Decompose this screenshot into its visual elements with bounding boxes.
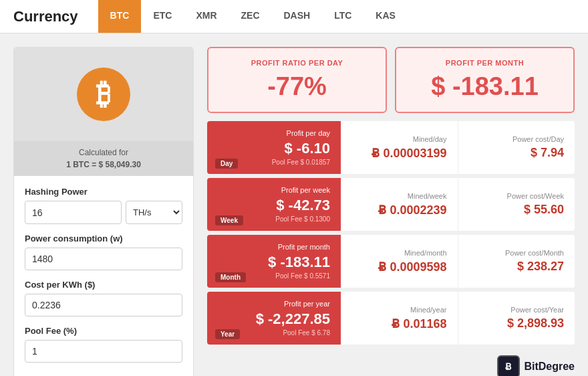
header: Currency BTCETCXMRZECDASHLTCKAS [0, 0, 588, 33]
row-mid-year: Mined/year Ƀ 0.01168 [341, 292, 458, 345]
mined-value: Ƀ 0.00003199 [372, 146, 446, 161]
profit-label: Profit per year [218, 300, 330, 308]
left-panel: ₿ Calculated for 1 BTC = $ 58,049.30 Has… [13, 47, 194, 376]
profit-value: $ -2,227.85 [218, 310, 330, 328]
profit-label: Profit per week [218, 186, 330, 194]
profit-label: Profit per month [218, 243, 330, 251]
data-rows: Profit per day $ -6.10 Pool Fee $ 0.0185… [207, 121, 575, 345]
profit-month-value: $ -183.11 [410, 72, 560, 101]
data-row: Profit per year $ -2,227.85 Pool Fee $ 6… [207, 292, 575, 345]
app-title: Currency [13, 8, 78, 25]
row-mid-month: Mined/month Ƀ 0.0009598 [341, 235, 458, 288]
period-badge: Month [215, 272, 246, 282]
tab-dash[interactable]: DASH [272, 0, 323, 33]
row-right-month: Power cost/Month $ 238.27 [458, 235, 575, 288]
mined-value: Ƀ 0.0009598 [378, 260, 446, 274]
row-left-day: Profit per day $ -6.10 Pool Fee $ 0.0185… [207, 121, 341, 174]
profit-ratio-card: PROFIT RATIO PER DAY -77% [207, 47, 387, 113]
bitdegree-name: BitDegree [524, 361, 575, 373]
row-right-day: Power cost/Day $ 7.94 [458, 121, 575, 174]
power-label: Power cost/Month [505, 249, 564, 257]
power-value: $ 238.27 [517, 260, 564, 274]
period-badge: Day [215, 159, 238, 169]
pool-fee-input[interactable] [25, 340, 182, 363]
power-value: $ 55.60 [524, 203, 564, 217]
mined-label: Mined/year [410, 306, 446, 314]
main-content: ₿ Calculated for 1 BTC = $ 58,049.30 Has… [0, 33, 588, 376]
profit-value: $ -6.10 [218, 140, 330, 157]
bitdegree-icon: Ƀ [497, 355, 520, 376]
coin-logo-area: ₿ [14, 48, 193, 141]
power-consumption-input[interactable] [25, 248, 182, 270]
row-left-year: Profit per year $ -2,227.85 Pool Fee $ 6… [207, 292, 341, 345]
profit-ratio-value: -77% [222, 72, 372, 101]
mined-value: Ƀ 0.0002239 [378, 203, 446, 217]
row-left-month: Profit per month $ -183.11 Pool Fee $ 0.… [207, 235, 341, 288]
tab-ltc[interactable]: LTC [322, 0, 363, 33]
data-row: Profit per day $ -6.10 Pool Fee $ 0.0185… [207, 121, 575, 174]
profit-ratio-label: PROFIT RATIO PER DAY [222, 59, 372, 67]
profit-label: Profit per day [218, 129, 330, 137]
row-mid-day: Mined/day Ƀ 0.00003199 [341, 121, 458, 174]
row-mid-week: Mined/week Ƀ 0.0002239 [341, 178, 458, 231]
data-row: Profit per week $ -42.73 Pool Fee $ 0.13… [207, 178, 575, 231]
hashing-power-label: Hashing Power [25, 187, 182, 197]
pool-fee-label: Pool Fee (%) [25, 326, 182, 336]
mined-label: Mined/month [404, 249, 447, 257]
power-consumption-label: Power consumption (w) [25, 233, 182, 244]
tab-etc[interactable]: ETC [141, 0, 184, 33]
tab-btc[interactable]: BTC [98, 0, 142, 33]
mined-value: Ƀ 0.01168 [392, 316, 446, 331]
cost-per-kwh-label: Cost per KWh ($) [25, 280, 182, 290]
right-panel: PROFIT RATIO PER DAY -77% PROFIT PER MON… [207, 47, 575, 376]
row-right-year: Power cost/Year $ 2,898.93 [458, 292, 575, 345]
bitdegree-logo: Ƀ BitDegree [207, 355, 575, 376]
bitcoin-icon: ₿ [77, 68, 130, 121]
profit-month-card: PROFIT PER MONTH $ -183.11 [395, 47, 575, 113]
calculated-for: Calculated for 1 BTC = $ 58,049.30 [14, 141, 193, 176]
hashing-power-row: TH/s GH/s MH/s [25, 201, 182, 224]
hashing-power-unit-select[interactable]: TH/s GH/s MH/s [126, 201, 182, 224]
period-badge: Week [215, 215, 243, 225]
row-right-week: Power cost/Week $ 55.60 [458, 178, 575, 231]
profit-month-label: PROFIT PER MONTH [410, 59, 560, 67]
period-badge: Year [215, 329, 240, 339]
tab-xmr[interactable]: XMR [184, 0, 229, 33]
power-label: Power cost/Year [510, 306, 564, 314]
data-row: Profit per month $ -183.11 Pool Fee $ 0.… [207, 235, 575, 288]
profit-value: $ -183.11 [218, 254, 330, 271]
row-left-week: Profit per week $ -42.73 Pool Fee $ 0.13… [207, 178, 341, 231]
currency-tabs: BTCETCXMRZECDASHLTCKAS [98, 0, 408, 33]
power-value: $ 7.94 [531, 146, 564, 160]
power-label: Power cost/Day [512, 135, 564, 143]
summary-row: PROFIT RATIO PER DAY -77% PROFIT PER MON… [207, 47, 575, 113]
power-value: $ 2,898.93 [507, 316, 564, 331]
tab-zec[interactable]: ZEC [229, 0, 272, 33]
power-label: Power cost/Week [507, 192, 564, 200]
hashing-power-input[interactable] [25, 201, 122, 224]
cost-per-kwh-input[interactable] [25, 294, 182, 316]
profit-value: $ -42.73 [218, 197, 330, 214]
mined-label: Mined/week [408, 192, 447, 200]
mined-label: Mined/day [413, 135, 447, 143]
form-area: Hashing Power TH/s GH/s MH/s Power consu… [14, 176, 193, 373]
tab-kas[interactable]: KAS [363, 0, 408, 33]
